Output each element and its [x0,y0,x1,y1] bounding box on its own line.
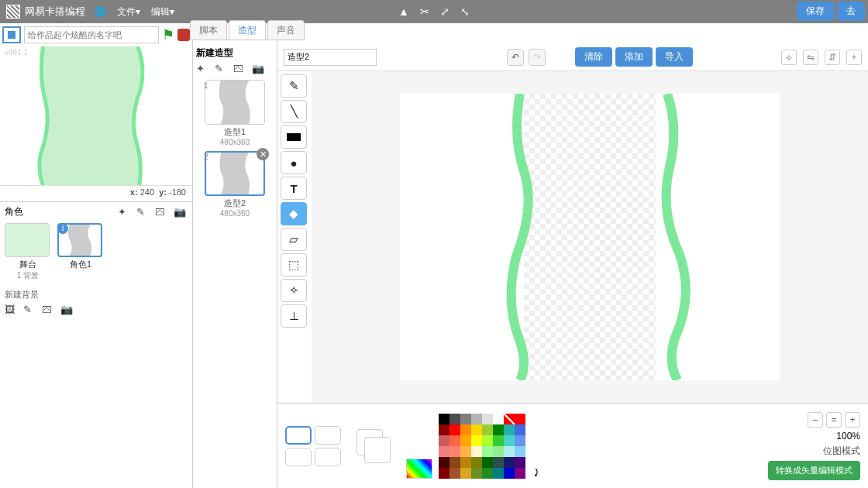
color-cell[interactable] [504,457,515,468]
ellipse-tool[interactable]: ● [281,151,307,174]
stage-thumb[interactable]: 舞台 1 背景 [5,223,51,281]
brush-tool[interactable]: ✎ [281,74,307,98]
clear-button[interactable]: 清除 [575,47,612,67]
costume-thumb-1[interactable]: 1 造型1 480x360 [196,80,274,146]
menu-edit[interactable]: 编辑▾ [151,5,174,19]
globe-icon[interactable]: 🌐 [95,6,106,17]
delete-costume-icon[interactable]: ✕ [257,148,269,160]
color-cell[interactable] [482,424,493,435]
color-cell[interactable] [439,457,450,468]
fill-h-grad[interactable] [315,426,341,445]
tool-shrink-icon[interactable]: ⤡ [460,5,470,18]
new-sprite-upload-icon[interactable]: ⮹ [155,206,169,218]
rect-tool[interactable] [281,125,307,149]
new-sprite-paint-icon[interactable]: ✎ [136,206,150,218]
color-cell[interactable] [439,446,450,457]
color-cell[interactable] [493,468,504,479]
color-cell[interactable] [515,457,525,468]
costume-name-input[interactable] [284,49,377,66]
tool-stamp-icon[interactable]: ▲ [398,5,409,18]
zoom-out-button[interactable]: – [808,412,823,428]
color-cell[interactable] [482,435,493,446]
bg-library-icon[interactable]: 🖼 [5,304,19,316]
flip-v-icon[interactable]: ⇵ [825,50,840,65]
zoom-in-button[interactable]: + [845,412,860,428]
costume-camera-icon[interactable]: 📷 [252,63,266,75]
color-cell[interactable] [471,424,482,435]
eraser-tool[interactable]: ▱ [281,228,307,251]
color-cell[interactable] [439,414,450,424]
color-cell[interactable] [450,414,460,424]
crop-icon[interactable]: ⟡ [781,50,797,65]
color-cell[interactable] [515,414,525,424]
tab-scripts[interactable]: 脚本 [190,20,227,40]
convert-mode-button[interactable]: 转换成矢量编辑模式 [768,461,860,480]
color-spectrum[interactable] [406,459,432,479]
costume-upload-icon[interactable]: ⮹ [233,63,247,75]
color-cell[interactable] [504,414,515,424]
color-cell[interactable] [504,424,515,435]
bg-upload-icon[interactable]: ⮹ [42,304,56,316]
color-cell[interactable] [504,468,515,479]
project-name-input[interactable] [24,26,159,43]
share-button[interactable]: 去 [837,2,865,21]
stop-button[interactable] [177,29,190,41]
color-cell[interactable] [493,414,504,424]
color-cell[interactable] [493,457,504,468]
flip-h-icon[interactable]: ⇋ [803,50,818,65]
color-cell[interactable] [450,424,460,435]
color-cell[interactable] [482,468,493,479]
color-cell[interactable] [515,435,525,446]
color-cell[interactable] [439,468,450,479]
color-cell[interactable] [460,435,471,446]
select-tool[interactable]: ⬚ [281,253,307,277]
color-cell[interactable] [482,446,493,457]
color-cell[interactable] [515,424,525,435]
wand-tool[interactable]: ✧ [281,279,307,302]
fill-radial[interactable] [315,448,341,466]
new-sprite-camera-icon[interactable]: 📷 [174,206,188,218]
color-cell[interactable] [450,435,460,446]
color-cell[interactable] [493,446,504,457]
color-cell[interactable] [504,435,515,446]
tool-grow-icon[interactable]: ⤢ [440,5,450,18]
costume-library-icon[interactable]: ✦ [196,63,210,75]
color-cell[interactable] [471,446,482,457]
stamp-tool[interactable]: ⊥ [281,304,307,328]
tab-costumes[interactable]: 造型 [229,20,266,40]
color-cell[interactable] [460,446,471,457]
color-cell[interactable] [450,457,460,468]
color-cell[interactable] [471,435,482,446]
center-icon[interactable]: ＋ [846,50,862,65]
color-cell[interactable] [482,457,493,468]
bg-camera-icon[interactable]: 📷 [60,304,74,316]
zoom-reset-button[interactable]: = [826,412,842,428]
tool-cut-icon[interactable]: ✂ [420,5,429,18]
fullscreen-button[interactable] [2,26,21,43]
color-cell[interactable] [471,468,482,479]
color-cell[interactable] [450,446,460,457]
color-cell[interactable] [482,414,493,424]
add-button[interactable]: 添加 [615,47,653,67]
color-cell[interactable] [515,446,525,457]
line-tool[interactable]: ╲ [281,100,307,123]
menu-file[interactable]: 文件▾ [117,5,140,19]
color-cell[interactable] [493,435,504,446]
color-cell[interactable] [504,446,515,457]
eyedropper-icon[interactable]: ⤸ [532,466,541,479]
bg-paint-icon[interactable]: ✎ [23,304,37,316]
text-tool[interactable]: T [281,177,307,200]
save-button[interactable]: 保存 [797,2,834,21]
color-cell[interactable] [460,457,471,468]
color-cell[interactable] [439,435,450,446]
costume-paint-icon[interactable]: ✎ [215,63,229,75]
green-flag-icon[interactable]: ⚑ [162,26,174,43]
secondary-color-swatch[interactable] [364,437,391,463]
color-cell[interactable] [460,424,471,435]
color-cell[interactable] [493,424,504,435]
fill-v-grad[interactable] [285,448,312,466]
paint-canvas[interactable] [400,94,780,380]
color-cell[interactable] [450,468,460,479]
redo-button[interactable]: ↷ [529,49,546,66]
import-button[interactable]: 导入 [656,47,693,67]
